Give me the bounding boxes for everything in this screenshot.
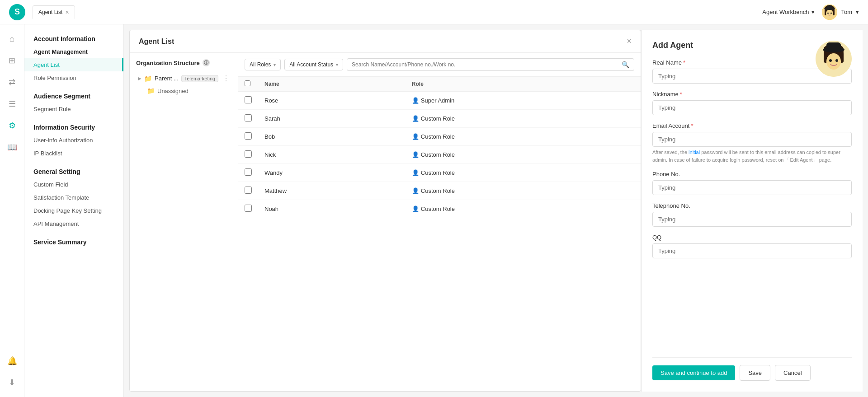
icon-sidebar-bottom: 🔔 ⬇: [3, 352, 21, 392]
row-checkbox-4[interactable]: [238, 164, 258, 182]
sidebar-item-role-permission[interactable]: Role Permission: [24, 71, 123, 84]
row-select-4[interactable]: [245, 168, 252, 176]
row-checkbox-0[interactable]: [238, 92, 258, 110]
agent-workbench-menu[interactable]: Agent Workbench ▾: [762, 9, 815, 15]
form-group-nickname: Nickname *: [652, 91, 852, 115]
sidebar-icon-settings[interactable]: ⚙: [3, 117, 21, 135]
sidebar-icon-download[interactable]: ⬇: [3, 374, 21, 392]
row-checkbox-6[interactable]: [238, 200, 258, 218]
icon-sidebar: ⌂ ⊞ ⇄ ☰ ⚙ 📖 🔔 ⬇: [0, 24, 24, 397]
form-actions: Save and continue to add Save Cancel: [652, 357, 852, 381]
sidebar-item-agent-management[interactable]: Agent Management: [24, 45, 123, 58]
tab-close-icon[interactable]: ×: [65, 9, 69, 16]
sidebar-icon-grid[interactable]: ⊞: [3, 51, 21, 70]
cancel-button[interactable]: Cancel: [775, 365, 810, 381]
row-checkbox-2[interactable]: [238, 128, 258, 146]
label-email_account: Email Account *: [652, 122, 852, 129]
label-phone_no: Phone No.: [652, 171, 852, 177]
form-group-phone_no: Phone No.: [652, 171, 852, 195]
input-phone_no[interactable]: [652, 180, 852, 195]
org-unassigned[interactable]: 📁 Unassigned: [136, 85, 231, 97]
row-select-3[interactable]: [245, 150, 252, 158]
agent-list-tab[interactable]: Agent List ×: [33, 5, 75, 19]
row-select-0[interactable]: [245, 96, 252, 103]
roles-filter[interactable]: All Roles ▾: [245, 59, 281, 70]
svg-point-17: [835, 59, 838, 62]
sidebar-icon-list[interactable]: ☰: [3, 95, 21, 113]
sidebar-item-docking-page[interactable]: Docking Page Key Setting: [24, 204, 123, 217]
topbar-tabs: Agent List ×: [33, 5, 75, 19]
row-name-1: Sarah: [258, 110, 406, 128]
svg-point-7: [830, 12, 832, 14]
sidebar-item-ip-blacklist[interactable]: IP Blacklist: [24, 147, 123, 160]
agent-list-body: Organization Structure ⓘ ▶ 📁 Parent ... …: [130, 53, 641, 391]
search-box[interactable]: 🔍: [347, 58, 634, 71]
label-telephone_no: Telephone No.: [652, 202, 852, 209]
status-chevron-icon: ▾: [336, 62, 338, 67]
input-qq[interactable]: [652, 243, 852, 258]
row-name-4: Wandy: [258, 164, 406, 182]
row-name-3: Nick: [258, 146, 406, 164]
logo[interactable]: S: [9, 4, 25, 20]
sidebar-item-user-info-auth[interactable]: User-info Authorization: [24, 134, 123, 147]
agent-list-title: Agent List: [139, 37, 174, 46]
row-select-2[interactable]: [245, 132, 252, 140]
status-filter[interactable]: All Account Status ▾: [284, 59, 343, 70]
org-parent-item[interactable]: ▶ 📁 Parent ... Telemarketing ⋮: [136, 72, 231, 85]
sidebar-item-satisfaction-template[interactable]: Satisfaction Template: [24, 191, 123, 204]
role-icon-1: 👤: [412, 115, 419, 122]
user-name: Tom: [841, 9, 852, 15]
row-checkbox-3[interactable]: [238, 146, 258, 164]
svg-point-15: [826, 53, 841, 70]
table-row: Bob 👤Custom Role: [238, 128, 641, 146]
table-row: Wandy 👤Custom Role: [238, 164, 641, 182]
row-name-2: Bob: [258, 128, 406, 146]
main-layout: ⌂ ⊞ ⇄ ☰ ⚙ 📖 🔔 ⬇ Account Information Agen…: [0, 0, 868, 397]
org-badge: Telemarketing: [181, 75, 218, 82]
search-input[interactable]: [352, 61, 622, 68]
sidebar-icon-notification[interactable]: 🔔: [3, 352, 21, 370]
sidebar-item-segment-rule[interactable]: Segment Rule: [24, 103, 123, 116]
row-select-6[interactable]: [245, 205, 252, 212]
sidebar-icon-transfer[interactable]: ⇄: [3, 73, 21, 91]
row-select-5[interactable]: [245, 187, 252, 194]
sidebar-item-api-management[interactable]: API Management: [24, 217, 123, 230]
select-all-checkbox[interactable]: [245, 80, 250, 86]
section-account-information: Account Information: [24, 32, 123, 45]
agent-list-close-icon[interactable]: ×: [627, 37, 632, 46]
sidebar-icon-home[interactable]: ⌂: [3, 30, 21, 48]
row-checkbox-1[interactable]: [238, 110, 258, 128]
org-more-icon[interactable]: ⋮: [222, 74, 230, 83]
row-select-1[interactable]: [245, 114, 252, 121]
svg-point-5: [826, 9, 833, 18]
input-nickname[interactable]: [652, 100, 852, 115]
input-email_account[interactable]: [652, 132, 852, 147]
org-info-icon[interactable]: ⓘ: [203, 59, 210, 66]
status-filter-label: All Account Status: [289, 61, 333, 68]
sidebar-item-custom-field[interactable]: Custom Field: [24, 178, 123, 191]
sidebar-item-agent-list[interactable]: Agent List: [24, 58, 123, 71]
tab-label: Agent List: [38, 9, 62, 15]
agent-avatar-placeholder: [816, 41, 852, 77]
row-name-6: Noah: [258, 200, 406, 218]
section-service-summary: Service Summary: [24, 235, 123, 248]
org-title: Organization Structure ⓘ: [136, 59, 231, 66]
role-icon-0: 👤: [412, 97, 419, 104]
input-telephone_no[interactable]: [652, 212, 852, 227]
org-panel: Organization Structure ⓘ ▶ 📁 Parent ... …: [130, 53, 238, 391]
table-filters: All Roles ▾ All Account Status ▾ 🔍: [238, 53, 641, 77]
role-icon-2: 👤: [412, 133, 419, 140]
user-profile[interactable]: Tom ▾: [822, 5, 859, 20]
save-button[interactable]: Save: [740, 365, 770, 381]
sidebar-icon-book[interactable]: 📖: [3, 138, 21, 156]
svg-point-16: [829, 59, 832, 62]
row-role-4: 👤Custom Role: [406, 164, 641, 182]
save-continue-button[interactable]: Save and continue to add: [652, 365, 735, 380]
agent-workbench-label: Agent Workbench: [762, 9, 809, 15]
form-group-email_account: Email Account *After saved, the initial …: [652, 122, 852, 163]
row-checkbox-5[interactable]: [238, 182, 258, 200]
label-qq: QQ: [652, 234, 852, 241]
roles-chevron-icon: ▾: [274, 62, 276, 67]
form-group-telephone_no: Telephone No.: [652, 202, 852, 227]
unassigned-folder-icon: 📁: [147, 87, 155, 94]
